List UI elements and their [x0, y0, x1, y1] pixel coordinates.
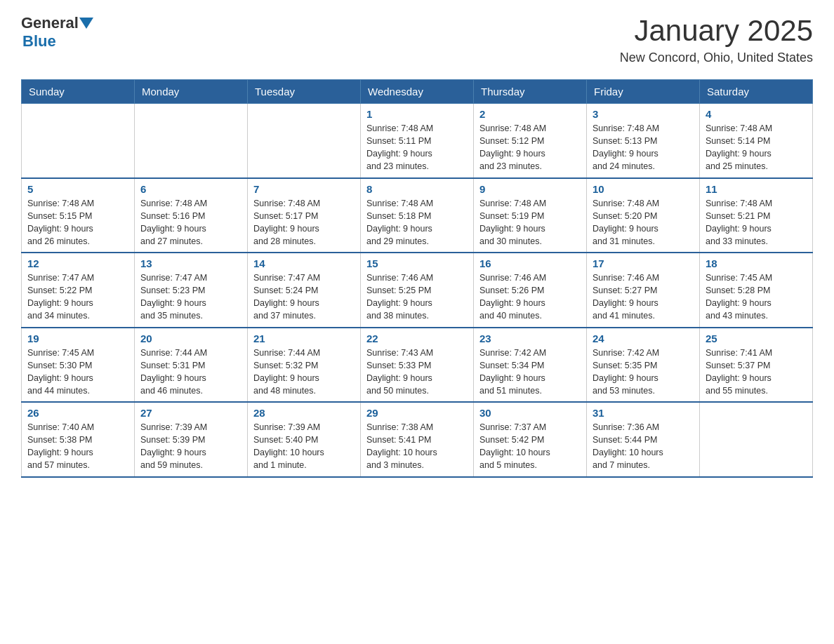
day-info: Sunrise: 7:38 AMSunset: 5:41 PMDaylight:…	[366, 421, 468, 472]
calendar-cell: 15Sunrise: 7:46 AMSunset: 5:25 PMDayligh…	[361, 253, 474, 328]
calendar-cell: 18Sunrise: 7:45 AMSunset: 5:28 PMDayligh…	[700, 253, 813, 328]
day-number: 3	[593, 108, 694, 120]
day-number: 27	[140, 407, 241, 419]
day-info: Sunrise: 7:46 AMSunset: 5:27 PMDaylight:…	[593, 271, 694, 323]
calendar-cell: 11Sunrise: 7:48 AMSunset: 5:21 PMDayligh…	[700, 178, 813, 253]
calendar-cell	[248, 104, 361, 178]
day-info: Sunrise: 7:37 AMSunset: 5:42 PMDaylight:…	[479, 421, 581, 472]
day-info: Sunrise: 7:39 AMSunset: 5:40 PMDaylight:…	[253, 421, 355, 472]
calendar-cell: 2Sunrise: 7:48 AMSunset: 5:12 PMDaylight…	[474, 104, 587, 178]
day-info: Sunrise: 7:47 AMSunset: 5:23 PMDaylight:…	[140, 271, 241, 323]
day-number: 15	[366, 257, 468, 269]
day-info: Sunrise: 7:48 AMSunset: 5:18 PMDaylight:…	[366, 197, 468, 248]
calendar-header: SundayMondayTuesdayWednesdayThursdayFrid…	[22, 80, 813, 104]
calendar-cell: 26Sunrise: 7:40 AMSunset: 5:38 PMDayligh…	[22, 402, 135, 477]
calendar-cell: 10Sunrise: 7:48 AMSunset: 5:20 PMDayligh…	[587, 178, 700, 253]
calendar-cell: 5Sunrise: 7:48 AMSunset: 5:15 PMDaylight…	[22, 178, 135, 253]
day-number: 5	[27, 183, 128, 195]
day-info: Sunrise: 7:36 AMSunset: 5:44 PMDaylight:…	[593, 421, 694, 472]
calendar-cell: 9Sunrise: 7:48 AMSunset: 5:19 PMDaylight…	[474, 178, 587, 253]
page-header: General Blue January 2025 New Concord, O…	[21, 14, 813, 65]
day-number: 16	[479, 257, 581, 269]
day-number: 14	[253, 257, 355, 269]
calendar-cell: 12Sunrise: 7:47 AMSunset: 5:22 PMDayligh…	[22, 253, 135, 328]
day-number: 7	[253, 183, 355, 195]
day-of-week-header: Wednesday	[361, 80, 474, 104]
day-number: 21	[253, 333, 355, 344]
day-info: Sunrise: 7:48 AMSunset: 5:17 PMDaylight:…	[253, 197, 355, 248]
calendar-cell: 3Sunrise: 7:48 AMSunset: 5:13 PMDaylight…	[587, 104, 700, 178]
day-number: 28	[253, 407, 355, 419]
day-number: 10	[593, 183, 694, 195]
calendar-week-row: 1Sunrise: 7:48 AMSunset: 5:11 PMDaylight…	[22, 104, 813, 178]
logo-general: General	[21, 14, 79, 32]
calendar-week-row: 12Sunrise: 7:47 AMSunset: 5:22 PMDayligh…	[22, 253, 813, 328]
location-title: New Concord, Ohio, United States	[620, 51, 813, 65]
day-number: 25	[706, 333, 807, 344]
day-number: 24	[593, 333, 694, 344]
day-number: 12	[27, 257, 128, 269]
day-number: 9	[479, 183, 581, 195]
calendar-cell: 27Sunrise: 7:39 AMSunset: 5:39 PMDayligh…	[135, 402, 248, 477]
calendar-cell: 29Sunrise: 7:38 AMSunset: 5:41 PMDayligh…	[361, 402, 474, 477]
day-of-week-header: Sunday	[22, 80, 135, 104]
day-number: 18	[706, 257, 807, 269]
calendar-cell: 7Sunrise: 7:48 AMSunset: 5:17 PMDaylight…	[248, 178, 361, 253]
month-title: January 2025	[620, 14, 813, 48]
calendar-cell: 1Sunrise: 7:48 AMSunset: 5:11 PMDaylight…	[361, 104, 474, 178]
calendar-cell: 22Sunrise: 7:43 AMSunset: 5:33 PMDayligh…	[361, 328, 474, 403]
day-info: Sunrise: 7:48 AMSunset: 5:16 PMDaylight:…	[140, 197, 241, 248]
day-number: 11	[706, 183, 807, 195]
day-number: 19	[27, 333, 128, 344]
calendar-cell: 6Sunrise: 7:48 AMSunset: 5:16 PMDaylight…	[135, 178, 248, 253]
day-number: 23	[479, 333, 581, 344]
day-info: Sunrise: 7:40 AMSunset: 5:38 PMDaylight:…	[27, 421, 128, 472]
calendar-table: SundayMondayTuesdayWednesdayThursdayFrid…	[21, 79, 813, 478]
calendar-cell: 4Sunrise: 7:48 AMSunset: 5:14 PMDaylight…	[700, 104, 813, 178]
header-row: SundayMondayTuesdayWednesdayThursdayFrid…	[22, 80, 813, 104]
day-info: Sunrise: 7:46 AMSunset: 5:26 PMDaylight:…	[479, 271, 581, 323]
calendar-cell	[700, 402, 813, 477]
calendar-week-row: 26Sunrise: 7:40 AMSunset: 5:38 PMDayligh…	[22, 402, 813, 477]
day-number: 17	[593, 257, 694, 269]
day-of-week-header: Saturday	[700, 80, 813, 104]
day-info: Sunrise: 7:42 AMSunset: 5:34 PMDaylight:…	[479, 347, 581, 398]
day-info: Sunrise: 7:48 AMSunset: 5:21 PMDaylight:…	[706, 197, 807, 248]
day-info: Sunrise: 7:48 AMSunset: 5:13 PMDaylight:…	[593, 122, 694, 173]
day-number: 29	[366, 407, 468, 419]
calendar-cell: 24Sunrise: 7:42 AMSunset: 5:35 PMDayligh…	[587, 328, 700, 403]
day-number: 26	[27, 407, 128, 419]
calendar-cell: 23Sunrise: 7:42 AMSunset: 5:34 PMDayligh…	[474, 328, 587, 403]
day-info: Sunrise: 7:48 AMSunset: 5:20 PMDaylight:…	[593, 197, 694, 248]
calendar-cell	[22, 104, 135, 178]
day-info: Sunrise: 7:44 AMSunset: 5:31 PMDaylight:…	[140, 347, 241, 398]
day-info: Sunrise: 7:47 AMSunset: 5:24 PMDaylight:…	[253, 271, 355, 323]
calendar-cell: 16Sunrise: 7:46 AMSunset: 5:26 PMDayligh…	[474, 253, 587, 328]
calendar-cell: 21Sunrise: 7:44 AMSunset: 5:32 PMDayligh…	[248, 328, 361, 403]
day-number: 22	[366, 333, 468, 344]
calendar-cell	[135, 104, 248, 178]
calendar-cell: 28Sunrise: 7:39 AMSunset: 5:40 PMDayligh…	[248, 402, 361, 477]
day-of-week-header: Tuesday	[248, 80, 361, 104]
day-number: 20	[140, 333, 241, 344]
calendar-cell: 14Sunrise: 7:47 AMSunset: 5:24 PMDayligh…	[248, 253, 361, 328]
calendar-cell: 30Sunrise: 7:37 AMSunset: 5:42 PMDayligh…	[474, 402, 587, 477]
day-number: 2	[479, 108, 581, 120]
day-of-week-header: Friday	[587, 80, 700, 104]
day-number: 6	[140, 183, 241, 195]
day-info: Sunrise: 7:48 AMSunset: 5:11 PMDaylight:…	[366, 122, 468, 173]
calendar-body: 1Sunrise: 7:48 AMSunset: 5:11 PMDaylight…	[22, 104, 813, 477]
day-number: 1	[366, 108, 468, 120]
day-info: Sunrise: 7:47 AMSunset: 5:22 PMDaylight:…	[27, 271, 128, 323]
day-info: Sunrise: 7:42 AMSunset: 5:35 PMDaylight:…	[593, 347, 694, 398]
calendar-cell: 25Sunrise: 7:41 AMSunset: 5:37 PMDayligh…	[700, 328, 813, 403]
day-info: Sunrise: 7:45 AMSunset: 5:28 PMDaylight:…	[706, 271, 807, 323]
calendar-cell: 17Sunrise: 7:46 AMSunset: 5:27 PMDayligh…	[587, 253, 700, 328]
day-of-week-header: Monday	[135, 80, 248, 104]
day-info: Sunrise: 7:48 AMSunset: 5:12 PMDaylight:…	[479, 122, 581, 173]
calendar-cell: 20Sunrise: 7:44 AMSunset: 5:31 PMDayligh…	[135, 328, 248, 403]
title-block: January 2025 New Concord, Ohio, United S…	[620, 14, 813, 65]
calendar-week-row: 5Sunrise: 7:48 AMSunset: 5:15 PMDaylight…	[22, 178, 813, 253]
day-info: Sunrise: 7:48 AMSunset: 5:15 PMDaylight:…	[27, 197, 128, 248]
day-number: 8	[366, 183, 468, 195]
